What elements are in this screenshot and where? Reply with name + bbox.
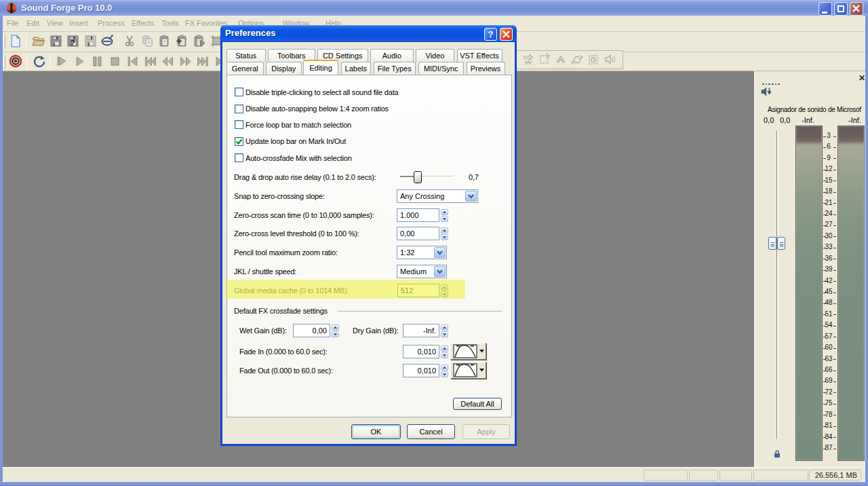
svg-text:?: ?	[71, 39, 75, 47]
